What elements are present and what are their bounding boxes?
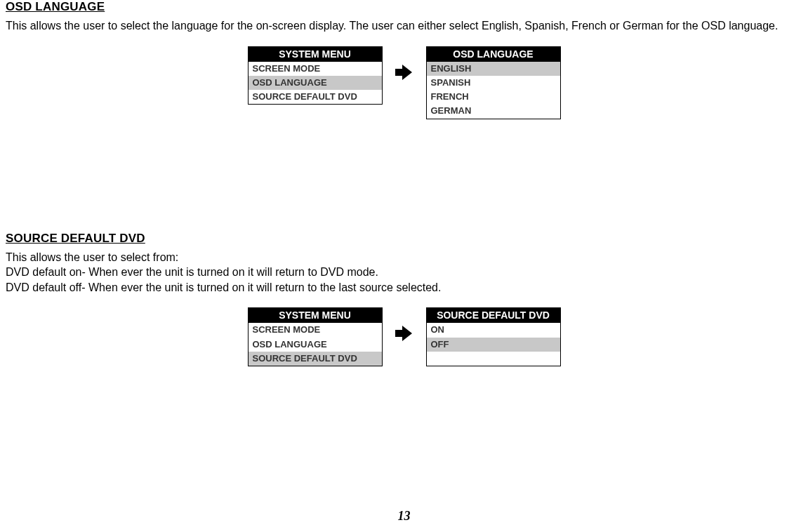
page-number: 13 [0, 509, 808, 524]
menu1-right-item-1: SPANISH [427, 76, 560, 90]
source-default-submenu-title: SOURCE DEFAULT DVD [427, 308, 560, 323]
system-menu-box-2: SYSTEM MENU SCREEN MODE OSD LANGUAGE SOU… [248, 307, 383, 366]
menu1-left-item-1: OSD LANGUAGE [249, 76, 382, 90]
menu2-right-item-1: OFF [427, 338, 560, 352]
source-default-line1: This allows the user to select from: [6, 250, 802, 265]
menu1-right-item-2: FRENCH [427, 90, 560, 104]
source-default-menu-group: SYSTEM MENU SCREEN MODE OSD LANGUAGE SOU… [6, 307, 802, 366]
source-default-heading: SOURCE DEFAULT DVD [6, 232, 802, 246]
menu2-left-item-2: SOURCE DEFAULT DVD [249, 352, 382, 366]
menu1-left-item-0: SCREEN MODE [249, 62, 382, 76]
menu2-right-item-2 [427, 352, 560, 366]
source-default-submenu-box: SOURCE DEFAULT DVD ON OFF [426, 307, 561, 366]
source-default-line2: DVD default on- When ever the unit is tu… [6, 265, 802, 280]
arrow-right-2 [395, 307, 413, 345]
svg-marker-0 [395, 65, 412, 80]
osd-language-menu-group: SYSTEM MENU SCREEN MODE OSD LANGUAGE SOU… [6, 46, 802, 119]
menu2-right-item-0: ON [427, 323, 560, 337]
menu2-left-item-0: SCREEN MODE [249, 323, 382, 337]
menu1-left-item-2: SOURCE DEFAULT DVD [249, 90, 382, 104]
source-default-line3: DVD default off- When ever the unit is t… [6, 280, 802, 295]
system-menu-title-2: SYSTEM MENU [249, 308, 382, 323]
menu2-left-item-1: OSD LANGUAGE [249, 338, 382, 352]
system-menu-box-1: SYSTEM MENU SCREEN MODE OSD LANGUAGE SOU… [248, 46, 383, 105]
svg-marker-1 [395, 326, 412, 341]
arrow-right-1 [395, 46, 413, 84]
menu1-right-item-0: ENGLISH [427, 62, 560, 76]
osd-language-submenu-box: OSD LANGUAGE ENGLISH SPANISH FRENCH GERM… [426, 46, 561, 119]
menu1-right-item-3: GERMAN [427, 104, 560, 118]
system-menu-title-1: SYSTEM MENU [249, 47, 382, 62]
osd-language-heading: OSD LANGUAGE [6, 0, 802, 14]
source-default-text: This allows the user to select from: DVD… [6, 250, 802, 295]
osd-language-submenu-title: OSD LANGUAGE [427, 47, 560, 62]
osd-language-text: This allows the user to select the langu… [6, 18, 802, 34]
